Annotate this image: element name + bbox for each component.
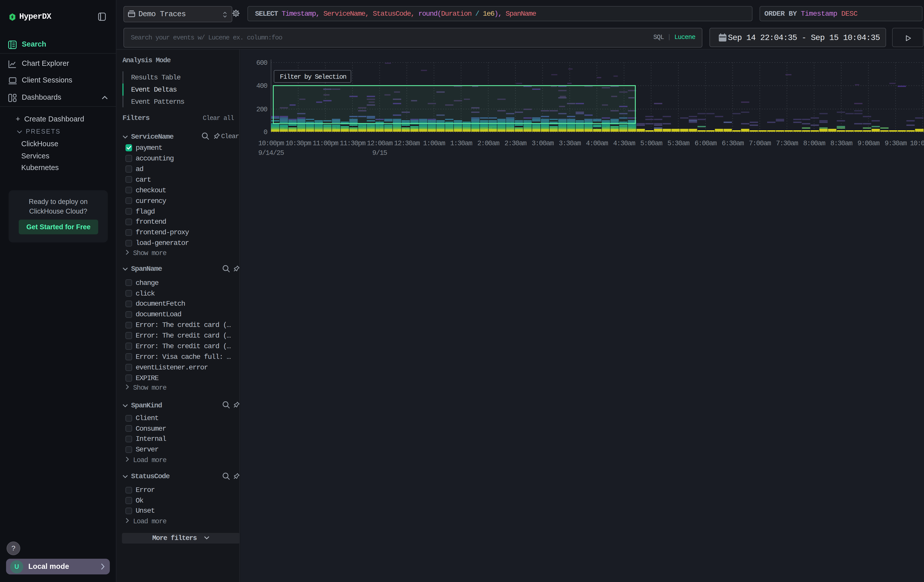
- svg-text:1:30am: 1:30am: [450, 140, 472, 147]
- svg-text:2:30am: 2:30am: [505, 140, 526, 147]
- svg-text:12:00am: 12:00am: [367, 140, 393, 147]
- svg-text:9/14/25: 9/14/25: [258, 149, 284, 157]
- svg-text:9/15: 9/15: [373, 149, 387, 157]
- svg-text:10:00am: 10:00am: [910, 140, 924, 147]
- svg-text:200: 200: [256, 106, 267, 113]
- svg-text:11:30pm: 11:30pm: [340, 140, 365, 147]
- svg-text:3:00am: 3:00am: [531, 140, 554, 147]
- svg-text:8:00am: 8:00am: [803, 140, 825, 147]
- svg-text:600: 600: [256, 59, 267, 67]
- svg-text:0: 0: [264, 129, 267, 136]
- svg-text:10:30pm: 10:30pm: [285, 140, 311, 147]
- svg-text:3:30am: 3:30am: [559, 140, 581, 147]
- svg-text:4:30am: 4:30am: [613, 140, 635, 147]
- svg-text:6:00am: 6:00am: [695, 140, 716, 147]
- svg-text:Filter by Selection: Filter by Selection: [280, 73, 346, 81]
- svg-text:10:00pm: 10:00pm: [258, 140, 284, 147]
- svg-text:7:30am: 7:30am: [776, 140, 798, 147]
- svg-text:6:30am: 6:30am: [722, 140, 744, 147]
- svg-text:2:00am: 2:00am: [477, 140, 500, 147]
- svg-text:1:00am: 1:00am: [423, 140, 445, 147]
- svg-text:400: 400: [256, 82, 267, 90]
- svg-text:9:30am: 9:30am: [884, 140, 907, 147]
- svg-text:9:00am: 9:00am: [858, 140, 879, 147]
- svg-text:5:00am: 5:00am: [640, 140, 662, 147]
- svg-text:7:00am: 7:00am: [749, 140, 771, 147]
- svg-text:8:30am: 8:30am: [830, 140, 852, 147]
- svg-text:4:00am: 4:00am: [586, 140, 608, 147]
- svg-text:5:30am: 5:30am: [667, 140, 690, 147]
- svg-text:12:30am: 12:30am: [394, 140, 419, 147]
- svg-text:11:00pm: 11:00pm: [312, 140, 338, 147]
